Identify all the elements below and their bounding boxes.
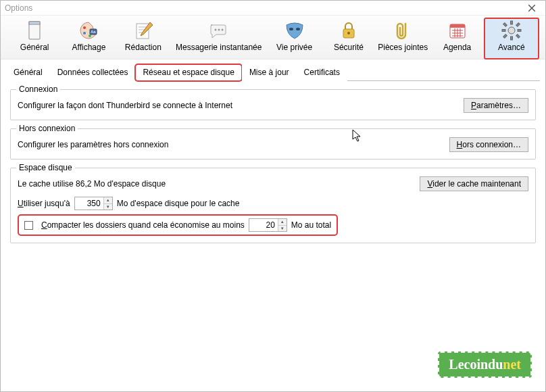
paperclip-icon <box>392 20 414 41</box>
watermark-brand: Lecoindu <box>449 357 503 372</box>
toolbar-label: Messagerie instantanée <box>176 43 262 52</box>
svg-rect-35 <box>516 23 520 27</box>
svg-point-5 <box>83 32 86 34</box>
subtab-label: Réseau et espace disque <box>143 68 234 77</box>
toolbar-item-display[interactable]: Aa Affichage <box>61 18 116 59</box>
compact-label: Compacter les dossiers quand cela économ… <box>41 220 245 230</box>
close-button[interactable] <box>522 2 541 14</box>
compact-suffix: Mo au total <box>291 220 331 230</box>
gear-icon <box>501 20 522 41</box>
svg-rect-30 <box>510 21 512 24</box>
svg-point-14 <box>218 29 220 31</box>
toolbar-label: Agenda <box>443 43 471 52</box>
spinner[interactable]: ▲▼ <box>278 219 287 231</box>
compact-size-input[interactable]: ▲▼ <box>249 218 287 232</box>
window-title: Options <box>5 3 32 13</box>
svg-rect-3 <box>29 22 40 24</box>
compact-size-field[interactable] <box>249 219 278 231</box>
mask-icon <box>284 20 305 41</box>
toolbar-item-composition[interactable]: Rédaction <box>116 18 170 59</box>
toolbar-item-general[interactable]: Général <box>7 18 61 59</box>
toolbar-label: Pièces jointes <box>378 43 428 52</box>
svg-point-13 <box>214 29 216 31</box>
subtab-bar: Général Données collectées Réseau et esp… <box>1 59 545 80</box>
svg-point-6 <box>89 34 91 37</box>
palette-icon: Aa <box>78 20 99 41</box>
title-bar: Options <box>1 1 545 16</box>
toolbar-label: Sécurité <box>334 43 364 52</box>
cache-size-field[interactable] <box>75 197 103 210</box>
svg-rect-32 <box>502 30 505 32</box>
subtab-label: Mise à jour <box>249 68 289 77</box>
toolbar-item-privacy[interactable]: Vie privée <box>267 18 321 59</box>
compact-checkbox[interactable] <box>24 221 33 230</box>
use-upto-suffix: Mo d'espace disque pour le cache <box>117 199 240 208</box>
spinner[interactable]: ▲▼ <box>103 197 112 210</box>
cache-size-input[interactable]: ▲▼ <box>74 197 113 210</box>
subtab-label: Données collectées <box>57 68 128 77</box>
subtab-network-disk[interactable]: Réseau et espace disque <box>135 64 241 81</box>
svg-point-15 <box>221 29 223 31</box>
compact-row: Compacter les dossiers quand cela économ… <box>18 214 338 236</box>
svg-rect-33 <box>518 30 521 32</box>
svg-point-29 <box>508 27 515 34</box>
use-upto-label: Utiliser jusqu'à <box>18 199 70 208</box>
toolbar-item-security[interactable]: Sécurité <box>322 18 376 59</box>
connection-text: Configurer la façon dont Thunderbird se … <box>18 101 232 110</box>
subtab-label: Certificats <box>304 68 340 77</box>
svg-point-17 <box>296 28 300 30</box>
group-offline: Hors connexion Configurer les paramètres… <box>10 128 536 160</box>
toolbar-item-chat[interactable]: Messagerie instantanée <box>170 18 267 59</box>
subtab-general[interactable]: Général <box>6 64 50 81</box>
offline-button[interactable]: Hors connexion… <box>449 137 528 152</box>
svg-point-4 <box>83 26 86 29</box>
svg-rect-31 <box>510 36 512 40</box>
clear-cache-button[interactable]: Vider le cache maintenant <box>420 176 528 191</box>
svg-text:Aa: Aa <box>91 30 97 34</box>
toolbar-item-attachments[interactable]: Pièces jointes <box>376 18 430 59</box>
settings-button[interactable]: Paramètres… <box>464 98 528 113</box>
toolbar-label: Rédaction <box>125 43 162 52</box>
svg-rect-34 <box>503 23 507 27</box>
offline-text: Configurer les paramètres hors connexion <box>18 140 168 149</box>
group-disk: Espace disque Le cache utilise 86,2 Mo d… <box>10 168 536 243</box>
subtab-data[interactable]: Données collectées <box>50 64 136 81</box>
svg-rect-37 <box>516 34 520 39</box>
toolbar-item-advanced[interactable]: Avancé <box>485 18 539 59</box>
toolbar-label: Général <box>20 43 49 52</box>
watermark-suffix: net <box>503 357 521 372</box>
compose-icon <box>132 20 154 41</box>
cache-text: Le cache utilise 86,2 Mo d'espace disque <box>18 179 166 189</box>
lock-icon <box>338 20 359 41</box>
chat-icon <box>208 20 230 41</box>
watermark: Lecoindunet <box>438 351 532 378</box>
toolbar-label: Avancé <box>498 43 525 52</box>
main-toolbar: Général Aa Affichage Rédaction Messageri… <box>1 16 545 59</box>
group-connection: Connexion Configurer la façon dont Thund… <box>10 89 536 120</box>
toolbar-label: Vie privée <box>276 43 312 52</box>
page-icon <box>24 20 45 41</box>
subtab-label: Général <box>14 68 43 77</box>
svg-rect-36 <box>503 34 507 39</box>
calendar-icon <box>447 20 468 41</box>
group-legend: Espace disque <box>16 163 75 172</box>
svg-point-16 <box>289 28 293 30</box>
group-legend: Connexion <box>16 84 60 94</box>
group-legend: Hors connexion <box>16 124 78 133</box>
content-area: Connexion Configurer la façon dont Thund… <box>1 81 545 260</box>
svg-rect-21 <box>450 24 465 28</box>
subtab-certificates[interactable]: Certificats <box>297 64 347 81</box>
svg-point-19 <box>347 32 350 34</box>
subtab-update[interactable]: Mise à jour <box>242 64 297 81</box>
toolbar-item-calendar[interactable]: Agenda <box>430 18 484 59</box>
toolbar-label: Affichage <box>72 43 106 52</box>
